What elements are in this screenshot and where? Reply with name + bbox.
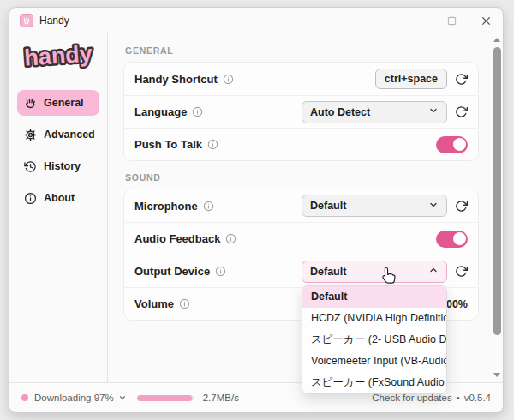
sidebar-divider xyxy=(17,81,99,81)
sidebar-item-label: History xyxy=(44,160,81,172)
sidebar-item-history[interactable]: History xyxy=(17,153,99,179)
audio-feedback-toggle[interactable] xyxy=(436,231,468,248)
app-logo: handy xyxy=(17,40,99,75)
maximize-button[interactable] xyxy=(434,8,469,33)
setting-row-microphone: Microphone Default xyxy=(124,189,478,222)
setting-row-language: Language Auto Detect xyxy=(124,95,478,128)
setting-label: Audio Feedback xyxy=(134,232,220,245)
chevron-down-icon[interactable] xyxy=(118,393,127,402)
sidebar-item-label: About xyxy=(44,192,75,204)
push-to-talk-toggle[interactable] xyxy=(436,136,468,153)
minimize-button[interactable] xyxy=(400,8,434,33)
section-heading-general: GENERAL xyxy=(125,45,479,56)
microphone-select[interactable]: Default xyxy=(302,195,447,217)
sidebar-nav: General Advanced xyxy=(17,90,99,211)
footer-separator: • xyxy=(457,393,460,403)
sidebar-item-about[interactable]: About xyxy=(17,185,99,211)
scrollbar-thumb[interactable] xyxy=(493,47,501,335)
output-device-select[interactable]: Default xyxy=(302,261,447,283)
info-circle-icon xyxy=(24,192,37,205)
dropdown-option[interactable]: スピーカー (2- USB Audio DAC ) xyxy=(302,329,446,351)
check-for-updates-link[interactable]: Check for updates xyxy=(372,393,451,403)
sidebar-item-label: General xyxy=(44,97,84,109)
dropdown-option[interactable]: Default xyxy=(302,286,446,308)
dropdown-option[interactable]: スピーカー (FxSound Audio Enhance xyxy=(302,372,446,393)
section-heading-sound: SOUND xyxy=(125,172,479,183)
reset-icon[interactable] xyxy=(455,105,468,118)
download-status[interactable]: Downloading 97% 2.7MB/s xyxy=(21,393,239,403)
scroll-up-icon[interactable] xyxy=(493,38,500,42)
info-icon[interactable] xyxy=(223,74,234,85)
sidebar: handy General xyxy=(9,33,108,382)
setting-label: Microphone xyxy=(134,200,198,213)
shortcut-value-button[interactable]: ctrl+space xyxy=(375,69,447,89)
output-device-select-value: Default xyxy=(310,266,346,278)
sidebar-item-advanced[interactable]: Advanced xyxy=(17,122,99,147)
hand-icon xyxy=(24,97,37,110)
toggle-knob xyxy=(453,138,466,151)
sidebar-item-label: Advanced xyxy=(44,129,95,141)
setting-label: Volume xyxy=(134,297,174,310)
close-button[interactable] xyxy=(469,8,503,33)
app-logo-icon xyxy=(20,14,33,27)
microphone-select-value: Default xyxy=(310,200,346,212)
download-progress-bar xyxy=(137,395,194,401)
setting-row-handy-shortcut: Handy Shortcut ctrl+space xyxy=(124,63,478,95)
info-icon[interactable] xyxy=(225,233,236,244)
info-icon[interactable] xyxy=(203,201,214,212)
reset-icon[interactable] xyxy=(455,265,468,278)
info-icon[interactable] xyxy=(215,266,226,277)
info-icon[interactable] xyxy=(207,139,218,150)
download-progress-fill xyxy=(137,395,192,401)
app-window: Handy handy xyxy=(9,7,504,413)
status-dot-icon xyxy=(21,394,28,401)
setting-row-push-to-talk: Push To Talk xyxy=(124,128,478,160)
general-card: Handy Shortcut ctrl+space Langu xyxy=(123,62,479,161)
window-title: Handy xyxy=(39,15,69,27)
setting-label: Push To Talk xyxy=(134,138,202,151)
scrollbar[interactable] xyxy=(491,33,503,382)
titlebar: Handy xyxy=(9,8,503,33)
download-speed: 2.7MB/s xyxy=(203,393,239,403)
setting-label: Language xyxy=(134,105,187,118)
info-icon[interactable] xyxy=(192,106,203,117)
chevron-down-icon xyxy=(428,200,439,213)
reset-icon[interactable] xyxy=(455,200,468,213)
settings-panel: GENERAL Handy Shortcut ctrl+space xyxy=(108,33,491,382)
download-status-text: Downloading 97% xyxy=(34,393,114,403)
history-icon xyxy=(24,160,37,173)
sidebar-item-general[interactable]: General xyxy=(17,90,99,116)
gear-icon xyxy=(24,129,37,141)
setting-row-audio-feedback: Audio Feedback xyxy=(124,222,478,255)
setting-row-output-device: Output Device Default xyxy=(124,255,478,287)
app-version: v0.5.4 xyxy=(464,393,491,403)
setting-label: Output Device xyxy=(134,265,210,278)
chevron-up-icon xyxy=(428,265,439,278)
dropdown-option[interactable]: HCDZ (NVIDIA High Definition Au xyxy=(302,308,446,329)
cursor-icon xyxy=(380,267,397,290)
info-icon[interactable] xyxy=(179,298,190,309)
scroll-down-icon[interactable] xyxy=(493,373,500,377)
setting-label: Handy Shortcut xyxy=(134,73,218,86)
reset-icon[interactable] xyxy=(455,73,468,86)
chevron-down-icon xyxy=(428,105,439,118)
dropdown-option[interactable]: Voicemeeter Input (VB-Audio Voi xyxy=(302,351,446,372)
language-select[interactable]: Auto Detect xyxy=(302,101,447,123)
titlebar-left: Handy xyxy=(20,14,69,27)
sound-card: Microphone Default xyxy=(123,189,479,321)
window-controls xyxy=(400,8,503,33)
toggle-knob xyxy=(453,232,466,245)
app-logo-text: handy xyxy=(23,40,93,70)
language-select-value: Auto Detect xyxy=(310,106,370,118)
output-device-dropdown: Default HCDZ (NVIDIA High Definition Au … xyxy=(302,285,447,394)
